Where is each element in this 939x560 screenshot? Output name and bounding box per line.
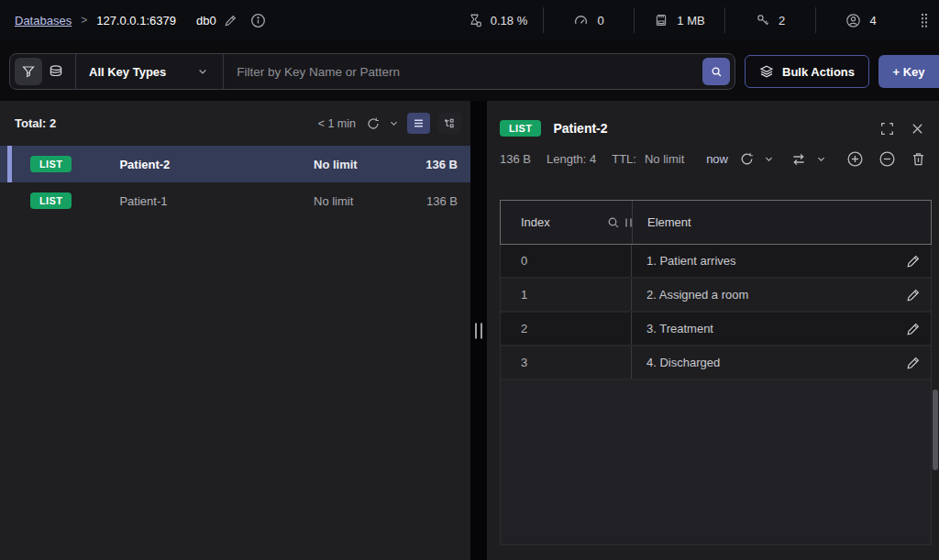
close-icon[interactable] <box>911 122 924 136</box>
key-filter-container: All Key Types <box>9 53 735 90</box>
key-list-panel: Total: 2 < 1 min LIST Patient-2 N <box>0 101 470 560</box>
key-size: 136 B <box>401 194 458 208</box>
formatter-swap-icon[interactable] <box>790 151 807 168</box>
keys-total-label: Total: 2 <box>15 116 56 130</box>
stat-total-memory-value: 1 MB <box>677 14 704 27</box>
column-header-element[interactable]: Element <box>632 201 931 244</box>
key-type-badge: LIST <box>30 156 72 172</box>
stat-connected-clients: 4 <box>815 7 906 33</box>
layers-icon <box>759 64 774 79</box>
row-element-value[interactable]: 3. Treatment <box>632 313 906 345</box>
row-index: 2 <box>501 313 632 345</box>
db-overview-stats: 0.18 % 0 1 MB 2 4 <box>452 0 906 40</box>
row-element-value[interactable]: 2. Assigned a room <box>632 279 906 311</box>
table-row[interactable]: 0 1. Patient arrives <box>501 245 931 279</box>
search-submit-button[interactable] <box>702 58 730 85</box>
column-search-icon[interactable] <box>606 215 621 230</box>
stat-commands-per-sec: 0 <box>543 7 634 33</box>
column-resize-handle[interactable] <box>625 218 632 226</box>
key-type-badge: LIST <box>30 192 72 209</box>
db-index-label: db0 <box>196 14 216 27</box>
table-row[interactable]: 2 3. Treatment <box>501 313 931 346</box>
edit-element-icon[interactable] <box>906 346 931 379</box>
edit-element-icon[interactable] <box>906 313 931 345</box>
column-header-index[interactable]: Index <box>501 201 632 244</box>
key-name: Patient-1 <box>119 194 314 208</box>
index-column-label: Index <box>521 215 550 229</box>
edit-db-alias-icon[interactable] <box>224 14 238 27</box>
key-ttl: No limit <box>314 158 401 171</box>
tree-view-toggle[interactable] <box>438 113 461 134</box>
stat-cpu-usage-value: 0.18 % <box>491 14 527 27</box>
key-detail-header: LIST Patient-2 <box>487 101 939 137</box>
filter-icon[interactable] <box>15 58 42 85</box>
table-row[interactable]: 1 2. Assigned a room <box>501 279 931 313</box>
fullscreen-icon[interactable] <box>879 121 895 137</box>
ttl-label: TTL: <box>612 152 636 166</box>
memory-card-icon <box>654 13 668 27</box>
resize-handle-icon[interactable] <box>475 323 482 338</box>
bulk-actions-button[interactable]: Bulk Actions <box>745 55 869 88</box>
auto-refresh-chevron-icon[interactable] <box>389 118 399 128</box>
row-index: 0 <box>501 245 632 277</box>
top-nav: Databases > 127.0.0.1:6379 db0 0.18 % 0 … <box>0 0 939 40</box>
stat-commands-per-sec-value: 0 <box>597 14 603 27</box>
stat-cpu-usage: 0.18 % <box>452 7 543 33</box>
row-index: 1 <box>501 279 632 311</box>
breadcrumb-separator: > <box>81 14 87 27</box>
key-icon <box>756 13 770 27</box>
delete-key-icon[interactable] <box>911 151 926 167</box>
gauge-icon <box>573 13 589 28</box>
key-name: Patient-2 <box>119 158 314 171</box>
stat-total-keys: 2 <box>724 7 815 33</box>
key-type-filter-value: All Key Types <box>89 65 166 79</box>
key-row-patient-2[interactable]: LIST Patient-2 No limit 136 B <box>0 146 470 182</box>
breadcrumb-databases-link[interactable]: Databases <box>15 14 72 27</box>
keys-toolbar: All Key Types Bulk Actions + Key <box>0 53 939 90</box>
stat-connected-clients-value: 4 <box>869 14 876 27</box>
edit-element-icon[interactable] <box>906 245 931 277</box>
add-element-icon[interactable] <box>846 150 864 168</box>
detail-key-name: Patient-2 <box>553 121 607 136</box>
key-type-badge: LIST <box>500 120 541 137</box>
table-row[interactable]: 3 4. Discharged <box>501 346 931 380</box>
browser-main: Total: 2 < 1 min LIST Patient-2 N <box>0 101 939 560</box>
key-row-patient-1[interactable]: LIST Patient-1 No limit 136 B <box>0 182 470 219</box>
keys-last-refresh-label: < 1 min <box>318 117 356 130</box>
auto-refresh-chevron-icon[interactable] <box>764 154 774 164</box>
remove-element-icon[interactable] <box>878 150 896 168</box>
list-elements-table: Index Element 0 1. Patient arrives 1 <box>500 200 932 545</box>
row-element-value[interactable]: 4. Discharged <box>632 346 906 379</box>
key-list-header: Total: 2 < 1 min <box>0 101 470 146</box>
scrollbar-thumb[interactable] <box>933 390 938 470</box>
detail-key-length: Length: 4 <box>547 152 596 166</box>
user-icon <box>845 13 861 28</box>
add-key-button[interactable]: + Key <box>878 55 939 88</box>
ttl-value[interactable]: No limit <box>645 152 684 166</box>
list-view-toggle[interactable] <box>407 113 430 134</box>
search-by-values-icon[interactable] <box>42 58 70 85</box>
panel-resize-gutter[interactable] <box>470 101 487 560</box>
key-size: 136 B <box>401 158 458 171</box>
overview-more-icon[interactable] <box>906 13 930 28</box>
detail-key-size: 136 B <box>500 152 531 166</box>
refresh-icon[interactable] <box>366 116 381 131</box>
key-detail-panel: LIST Patient-2 136 B Length: 4 TTL: No l… <box>487 101 939 560</box>
key-detail-subheader: 136 B Length: 4 TTL: No limit now <box>487 137 939 168</box>
stat-total-keys-value: 2 <box>779 14 785 27</box>
bulk-actions-label: Bulk Actions <box>782 65 855 79</box>
key-search-input[interactable] <box>224 65 702 79</box>
row-element-value[interactable]: 1. Patient arrives <box>632 245 906 277</box>
formatter-chevron-icon[interactable] <box>816 154 826 164</box>
detail-last-refresh-label: now <box>706 152 728 166</box>
row-index: 3 <box>501 346 632 379</box>
key-ttl: No limit <box>314 194 401 208</box>
chevron-down-icon <box>197 66 208 77</box>
key-type-filter-select[interactable]: All Key Types <box>75 54 224 89</box>
element-column-label: Element <box>647 215 691 229</box>
db-info-icon[interactable] <box>250 13 266 28</box>
edit-element-icon[interactable] <box>906 279 931 311</box>
breadcrumb-host: 127.0.0.1:6379 <box>96 14 176 27</box>
table-header: Index Element <box>500 200 932 245</box>
refresh-icon[interactable] <box>739 151 755 167</box>
